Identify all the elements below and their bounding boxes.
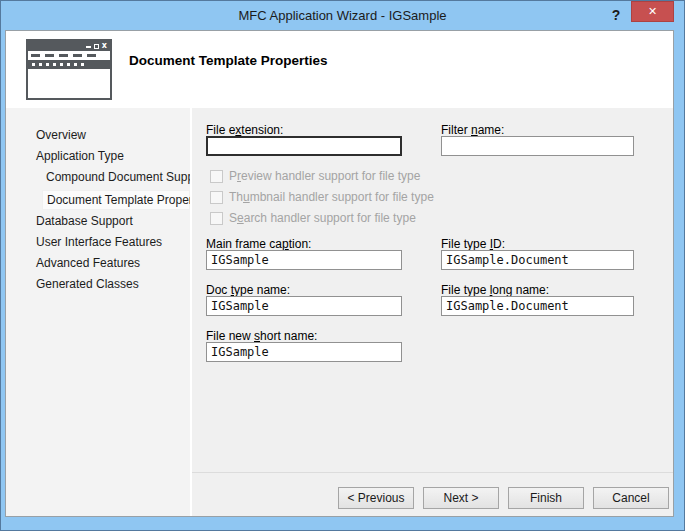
icon-client-area [28, 69, 110, 98]
doc-type-name-input[interactable] [206, 296, 402, 316]
preview-handler-row: Preview handler support for file type [210, 169, 420, 183]
file-type-id-input[interactable] [441, 250, 634, 270]
file-type-long-name-input[interactable] [441, 296, 634, 316]
file-extension-label: File extension: [206, 123, 283, 137]
sidebar-item-advanced-features[interactable]: Advanced Features [6, 253, 190, 274]
sidebar-item-database-support[interactable]: Database Support [6, 211, 190, 232]
page-title: Document Template Properties [129, 53, 328, 68]
thumbnail-handler-row: Thumbnail handler support for file type [210, 190, 434, 204]
file-type-long-name-label: File type long name: [441, 283, 549, 297]
icon-close-glyph: x [102, 42, 107, 50]
search-handler-row: Search handler support for file type [210, 211, 416, 225]
preview-handler-checkbox [210, 170, 223, 183]
sidebar-item-user-interface-features[interactable]: User Interface Features [6, 232, 190, 253]
icon-minimize-glyph [86, 46, 91, 48]
main-frame-caption-label: Main frame caption: [206, 237, 311, 251]
file-new-short-name-input[interactable] [206, 342, 402, 362]
help-button[interactable]: ? [606, 4, 626, 26]
filter-name-label: Filter name: [441, 123, 504, 137]
sidebar-item-compound-document-support[interactable]: Compound Document Support [42, 167, 190, 188]
icon-toolbar [28, 60, 110, 69]
previous-button[interactable]: < Previous [338, 487, 414, 509]
icon-maximize-glyph [94, 44, 99, 49]
search-handler-label: Search handler support for file type [229, 211, 416, 225]
window-title: MFC Application Wizard - IGSample [1, 1, 684, 30]
button-bar: < Previous Next > Finish Cancel [192, 472, 673, 516]
wizard-dialog: MFC Application Wizard - IGSample ? ✕ x [0, 0, 685, 531]
preview-handler-label: Preview handler support for file type [229, 169, 420, 183]
title-bar[interactable]: MFC Application Wizard - IGSample ? ✕ [1, 1, 684, 30]
filter-name-input[interactable] [441, 136, 634, 156]
main-frame-caption-input[interactable] [206, 250, 402, 270]
sidebar: Overview Application Type Compound Docum… [6, 108, 190, 516]
sidebar-item-generated-classes[interactable]: Generated Classes [6, 274, 190, 295]
next-button[interactable]: Next > [423, 487, 499, 509]
icon-titlebar: x [28, 41, 110, 51]
close-button[interactable]: ✕ [631, 1, 674, 22]
search-handler-checkbox [210, 212, 223, 225]
wizard-header: x Document Template Properties [6, 31, 673, 108]
application-window-icon: x [26, 39, 112, 100]
sidebar-item-document-template-properties[interactable]: Document Template Properties [42, 190, 190, 210]
sidebar-item-application-type[interactable]: Application Type [6, 146, 190, 167]
file-extension-input[interactable] [206, 136, 402, 156]
close-icon: ✕ [648, 5, 657, 17]
icon-menubar [28, 51, 110, 60]
file-new-short-name-label: File new short name: [206, 329, 317, 343]
doc-type-name-label: Doc type name: [206, 283, 290, 297]
finish-button[interactable]: Finish [508, 487, 584, 509]
cancel-button[interactable]: Cancel [593, 487, 669, 509]
dialog-surface: x Document Template Properties Overview … [5, 30, 674, 517]
dialog-body: Overview Application Type Compound Docum… [6, 108, 673, 516]
form-pane: File extension: Filter name: Preview han… [192, 108, 673, 516]
thumbnail-handler-checkbox [210, 191, 223, 204]
sidebar-item-overview[interactable]: Overview [6, 125, 190, 146]
thumbnail-handler-label: Thumbnail handler support for file type [229, 190, 434, 204]
file-type-id-label: File type ID: [441, 237, 505, 251]
